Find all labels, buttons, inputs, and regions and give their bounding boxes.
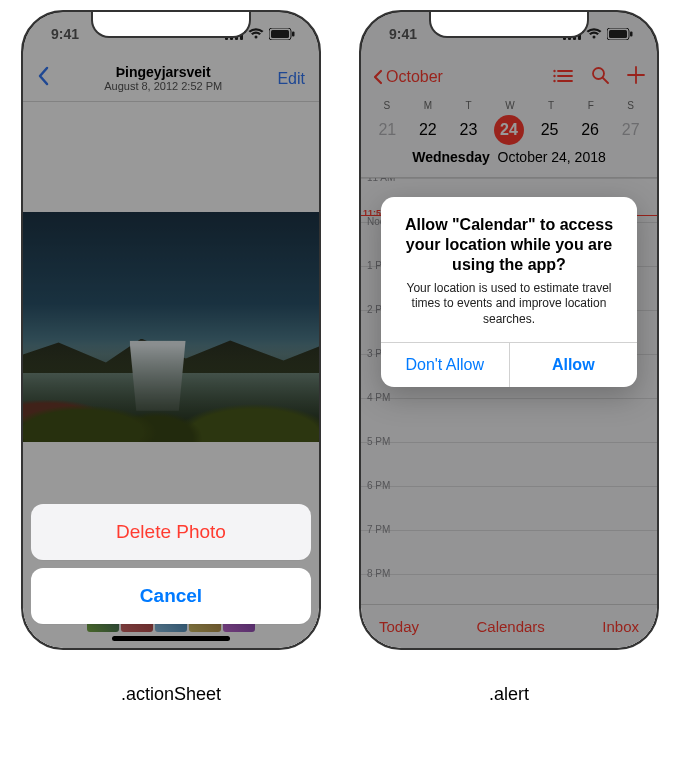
day-cell[interactable]: 26 <box>575 115 605 145</box>
dow-label: S <box>627 100 634 111</box>
dow-label: F <box>588 100 595 111</box>
wifi-icon <box>586 28 602 40</box>
today-button[interactable]: Today <box>379 618 419 635</box>
back-month-label: October <box>386 68 443 86</box>
phone-photos: 9:41 Þingeyjarsveit August 8, 2012 2:52 … <box>21 10 321 650</box>
day-cell[interactable]: 27 <box>616 115 646 145</box>
hour-label: 8 PM <box>367 568 390 579</box>
svg-rect-13 <box>630 32 633 37</box>
svg-point-17 <box>553 69 555 71</box>
cancel-button[interactable]: Cancel <box>31 568 311 624</box>
home-indicator[interactable] <box>112 636 230 641</box>
date-full: October 24, 2018 <box>498 149 606 165</box>
calendar-toolbar: Today Calendars Inbox <box>361 604 657 648</box>
page-title: Þingeyjarsveit <box>104 64 222 80</box>
hour-label: 5 PM <box>367 436 390 447</box>
calendars-button[interactable]: Calendars <box>476 618 544 635</box>
back-month-button[interactable]: October <box>373 68 443 86</box>
day-cell[interactable]: 21 <box>372 115 402 145</box>
day-cell[interactable]: 25 <box>535 115 565 145</box>
dow-label: W <box>505 100 515 111</box>
week-header: SMTWTFS 21222324252627 Wednesday October… <box>361 98 657 178</box>
calendar-nav: October <box>361 56 657 98</box>
notch <box>91 10 251 38</box>
dow-label: T <box>548 100 555 111</box>
svg-rect-12 <box>609 30 627 38</box>
date-weekday: Wednesday <box>412 149 490 165</box>
hour-row[interactable]: 6 PM <box>361 486 657 530</box>
dow-label: S <box>384 100 391 111</box>
battery-icon <box>269 28 295 40</box>
hour-label: 6 PM <box>367 480 390 491</box>
svg-point-18 <box>553 74 555 76</box>
hour-row[interactable]: 5 PM <box>361 442 657 486</box>
battery-icon <box>607 28 633 40</box>
add-event-icon[interactable] <box>627 66 645 89</box>
photo-landscape <box>23 212 319 442</box>
action-sheet: Delete Photo Cancel <box>31 504 311 624</box>
hour-row[interactable]: 7 PM <box>361 530 657 574</box>
hour-row[interactable]: 8 PM <box>361 574 657 604</box>
hour-label: 4 PM <box>367 392 390 403</box>
inbox-button[interactable]: Inbox <box>602 618 639 635</box>
alert-deny-button[interactable]: Don't Allow <box>381 343 509 387</box>
alert-title: Allow "Calendar" to access your location… <box>395 215 623 275</box>
permission-alert: Allow "Calendar" to access your location… <box>381 197 637 387</box>
svg-line-21 <box>603 78 608 83</box>
day-cell[interactable]: 23 <box>453 115 483 145</box>
nav-bar: Þingeyjarsveit August 8, 2012 2:52 PM Ed… <box>23 56 319 102</box>
alert-allow-button[interactable]: Allow <box>509 343 638 387</box>
hour-label: 7 PM <box>367 524 390 535</box>
delete-photo-button[interactable]: Delete Photo <box>31 504 311 560</box>
back-chevron-icon[interactable] <box>37 66 49 92</box>
status-time: 9:41 <box>389 26 417 42</box>
caption-alert: .alert <box>359 684 659 705</box>
page-subtitle: August 8, 2012 2:52 PM <box>104 80 222 93</box>
phone-calendar: 9:41 October <box>359 10 659 650</box>
svg-point-19 <box>553 79 555 81</box>
alert-message: Your location is used to estimate travel… <box>395 281 623 328</box>
day-cell[interactable]: 22 <box>413 115 443 145</box>
svg-rect-5 <box>271 30 289 38</box>
edit-button[interactable]: Edit <box>277 70 305 88</box>
list-view-icon[interactable] <box>553 67 573 88</box>
day-selected[interactable]: 24 <box>494 115 524 145</box>
svg-point-20 <box>593 68 604 79</box>
dow-label: M <box>424 100 433 111</box>
svg-rect-6 <box>292 32 295 37</box>
search-icon[interactable] <box>591 66 609 89</box>
hour-label: 11 AM <box>367 178 395 183</box>
notch <box>429 10 589 38</box>
wifi-icon <box>248 28 264 40</box>
status-time: 9:41 <box>51 26 79 42</box>
hour-row[interactable]: 4 PM <box>361 398 657 442</box>
caption-actionsheet: .actionSheet <box>21 684 321 705</box>
dow-label: T <box>466 100 473 111</box>
